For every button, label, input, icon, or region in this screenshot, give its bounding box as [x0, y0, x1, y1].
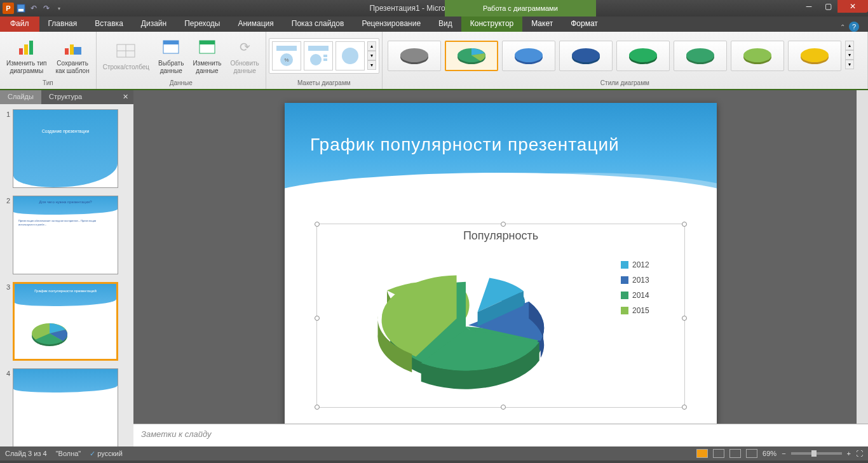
slideshow-view-button[interactable]	[746, 449, 757, 458]
style-item[interactable]	[616, 41, 670, 71]
zoom-slider[interactable]	[791, 452, 842, 455]
svg-rect-2	[19, 48, 23, 55]
gallery-more-icon[interactable]: ▾	[845, 60, 854, 69]
reading-view-button[interactable]	[729, 449, 741, 458]
style-item[interactable]	[674, 41, 727, 71]
tab-design[interactable]: Дизайн	[132, 17, 175, 32]
ribbon-minimize-icon[interactable]: ⌃	[840, 23, 845, 30]
chart-layouts-gallery[interactable]: % ▴ ▾ ▾	[269, 38, 379, 74]
undo-icon[interactable]: ↶	[28, 3, 39, 14]
status-theme: "Волна"	[56, 450, 81, 457]
tab-chart-design[interactable]: Конструктор	[461, 17, 522, 32]
legend-item[interactable]: 2012	[621, 260, 678, 269]
slide-thumbnail[interactable]: График популярности презентаций	[13, 282, 118, 361]
qat-dropdown-icon[interactable]: ▾	[53, 3, 65, 14]
edit-data-button[interactable]: Изменить данные	[189, 36, 225, 76]
tab-transitions[interactable]: Переходы	[175, 17, 229, 32]
group-label-layouts: Макеты диаграмм	[269, 78, 379, 88]
svg-point-28	[515, 48, 543, 62]
chart-object[interactable]: Популярность	[316, 224, 685, 408]
save-icon[interactable]	[15, 3, 27, 14]
close-button[interactable]: ✕	[837, 0, 868, 13]
zoom-in-button[interactable]: +	[847, 450, 851, 457]
chart-tools-context: Работа с диаграммами	[445, 0, 596, 17]
slide-thumbnail[interactable]: Для чего нужна презентация?Презентация о…	[13, 196, 118, 274]
chart-title[interactable]: Популярность	[317, 224, 684, 248]
svg-text:%: %	[284, 57, 288, 63]
sorter-view-button[interactable]	[713, 449, 724, 458]
gallery-up-icon[interactable]: ▴	[367, 41, 376, 51]
svg-point-22	[342, 48, 358, 64]
refresh-data-button[interactable]: ⟳ Обновить данные	[226, 36, 262, 76]
zoom-level[interactable]: 69%	[763, 450, 776, 457]
fit-to-window-button[interactable]: ⛶	[856, 450, 863, 457]
style-item[interactable]	[502, 41, 555, 71]
layout-item[interactable]	[304, 41, 333, 70]
slide-thumbnail[interactable]	[13, 368, 118, 446]
help-button[interactable]: ?	[849, 22, 859, 32]
close-panel-icon[interactable]: ✕	[118, 90, 133, 104]
style-item[interactable]	[388, 41, 441, 71]
legend-item[interactable]: 2013	[621, 276, 678, 285]
svg-rect-6	[70, 44, 74, 55]
status-lang[interactable]: ✓ русский	[90, 450, 123, 458]
vertical-scrollbar[interactable]	[857, 90, 868, 424]
slide-title[interactable]: График популярности презентаций	[310, 135, 691, 155]
ribbon-tabs: Файл Главная Вставка Дизайн Переходы Ани…	[0, 17, 868, 32]
layout-item[interactable]: %	[272, 41, 301, 70]
tab-slideshow[interactable]: Показ слайдов	[283, 17, 353, 32]
switch-row-column-button[interactable]: Строка/столбец	[99, 39, 153, 72]
notes-pane[interactable]: Заметки к слайду	[133, 424, 868, 446]
minimize-button[interactable]: ─	[799, 0, 818, 13]
legend-item[interactable]: 2014	[621, 291, 678, 300]
legend-item[interactable]: 2015	[621, 306, 678, 315]
style-item[interactable]	[788, 41, 841, 71]
tab-chart-layout[interactable]: Макет	[522, 17, 562, 32]
save-as-template-button[interactable]: Сохранить как шаблон	[51, 36, 93, 76]
chart-legend[interactable]: 2012 2013 2014 2015	[614, 248, 684, 405]
tab-view[interactable]: Вид	[430, 17, 461, 32]
app-icon: P	[3, 3, 14, 14]
normal-view-button[interactable]	[696, 449, 708, 458]
tab-animations[interactable]: Анимация	[229, 17, 282, 32]
layout-item[interactable]	[336, 41, 365, 70]
group-label-type: Тип	[3, 78, 93, 88]
style-item[interactable]	[731, 41, 784, 71]
title-bar: P ↶ ↷ ▾ Презентация1 - Microsoft PowerPo…	[0, 0, 868, 17]
maximize-button[interactable]: ▢	[818, 0, 837, 13]
tab-review[interactable]: Рецензирование	[353, 17, 430, 32]
style-item[interactable]	[559, 41, 613, 71]
group-label-styles: Стили диаграмм	[385, 78, 865, 88]
svg-point-24	[400, 48, 428, 62]
tab-insert[interactable]: Вставка	[86, 17, 132, 32]
outline-tab[interactable]: Структура	[41, 90, 90, 104]
change-chart-type-button[interactable]: Изменить тип диаграммы	[3, 36, 50, 76]
zoom-out-button[interactable]: −	[782, 450, 785, 457]
svg-point-30	[572, 48, 600, 62]
svg-rect-18	[308, 46, 329, 51]
tab-chart-format[interactable]: Формат	[562, 17, 607, 32]
style-item[interactable]	[445, 41, 498, 71]
chart-plot-area[interactable]	[317, 248, 614, 405]
svg-rect-21	[323, 58, 327, 61]
svg-point-32	[629, 48, 657, 62]
redo-icon[interactable]: ↷	[41, 3, 52, 14]
ribbon: Изменить тип диаграммы Сохранить как шаб…	[0, 32, 868, 90]
slide-panel: Слайды Структура ✕ 1 Создание презентаци…	[0, 90, 133, 446]
tab-home[interactable]: Главная	[39, 17, 86, 32]
gallery-down-icon[interactable]: ▾	[367, 51, 376, 60]
gallery-more-icon[interactable]: ▾	[367, 60, 376, 70]
slide-canvas[interactable]: График популярности презентаций Популярн…	[285, 103, 717, 424]
gallery-up-icon[interactable]: ▴	[845, 41, 854, 50]
slide-thumbnail[interactable]: Создание презентации	[13, 109, 118, 188]
select-data-button[interactable]: Выбрать данные	[154, 36, 187, 76]
chart-styles-gallery[interactable]: ▴ ▾ ▾	[385, 38, 857, 74]
thumb-number: 2	[3, 196, 13, 205]
svg-rect-20	[323, 55, 327, 57]
thumb-number: 4	[3, 368, 13, 377]
status-slide-info: Слайд 3 из 4	[5, 450, 47, 457]
gallery-down-icon[interactable]: ▾	[845, 50, 854, 60]
svg-rect-1	[18, 9, 24, 11]
slides-tab[interactable]: Слайды	[0, 90, 41, 104]
file-tab[interactable]: Файл	[0, 17, 39, 32]
